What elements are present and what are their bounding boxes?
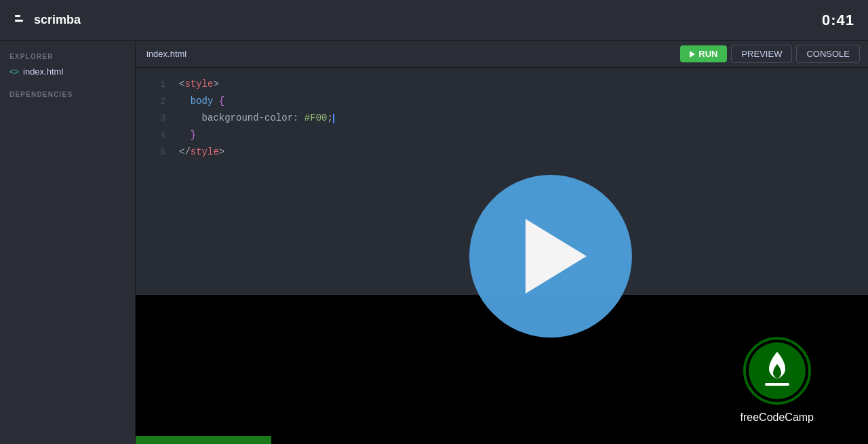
freecodecamp-branding: freeCodeCamp: [741, 337, 814, 424]
svg-rect-0: [15, 15, 20, 17]
logo-text: scrimba: [34, 13, 81, 27]
line-num-3: 3: [146, 110, 165, 127]
run-icon: [690, 51, 695, 58]
dependencies-label: DEPENDENCIES: [0, 80, 135, 101]
run-label: RUN: [698, 49, 717, 59]
code-line-2: 2 body {: [136, 93, 868, 110]
sidebar-item-index-html[interactable]: <> index.html: [0, 63, 135, 80]
freecodecamp-label: freeCodeCamp: [741, 411, 814, 424]
run-button[interactable]: RUN: [680, 45, 727, 62]
logo: scrimba: [14, 11, 81, 29]
toolbar-buttons: RUN PREVIEW CONSOLE: [680, 45, 860, 63]
sidebar: EXPLORER <> index.html DEPENDENCIES: [0, 41, 136, 444]
code-line-1: 1 <style>: [136, 76, 868, 93]
freecodecamp-logo: [743, 337, 811, 405]
logo-icon: [14, 11, 28, 29]
line-num-5: 5: [146, 144, 165, 161]
code-content-2: body {: [179, 93, 224, 109]
console-label: CONSOLE: [806, 49, 850, 59]
console-button[interactable]: CONSOLE: [796, 45, 860, 63]
editor-toolbar: index.html RUN PREVIEW CONSOLE: [136, 41, 868, 68]
line-num-2: 2: [146, 94, 165, 110]
preview-button[interactable]: PREVIEW: [731, 45, 792, 63]
editor-area: index.html RUN PREVIEW CONSOLE 1 <style>: [136, 41, 868, 444]
file-code-icon: <>: [9, 67, 19, 77]
top-nav: scrimba 0:41: [0, 0, 868, 41]
code-line-3: 3 background-color: #F00;: [136, 110, 868, 127]
editor-tab[interactable]: index.html: [146, 49, 186, 59]
green-bottom-bar: [136, 436, 271, 444]
code-line-5: 5 </style>: [136, 144, 868, 161]
line-num-4: 4: [146, 127, 165, 144]
line-num-1: 1: [146, 77, 165, 93]
play-button[interactable]: [469, 175, 632, 338]
sidebar-file-name: index.html: [23, 66, 63, 77]
code-line-4: 4 }: [136, 127, 868, 144]
svg-rect-1: [15, 20, 23, 22]
play-icon: [526, 219, 587, 294]
code-content-4: }: [179, 127, 196, 143]
code-content-5: </style>: [179, 144, 224, 160]
svg-rect-4: [765, 383, 789, 386]
code-content-3: background-color: #F00;: [179, 110, 334, 126]
explorer-label: EXPLORER: [0, 49, 135, 63]
code-content-1: <style>: [179, 76, 219, 92]
preview-label: PREVIEW: [741, 49, 782, 59]
timer: 0:41: [822, 12, 854, 29]
main-layout: EXPLORER <> index.html DEPENDENCIES inde…: [0, 41, 868, 444]
